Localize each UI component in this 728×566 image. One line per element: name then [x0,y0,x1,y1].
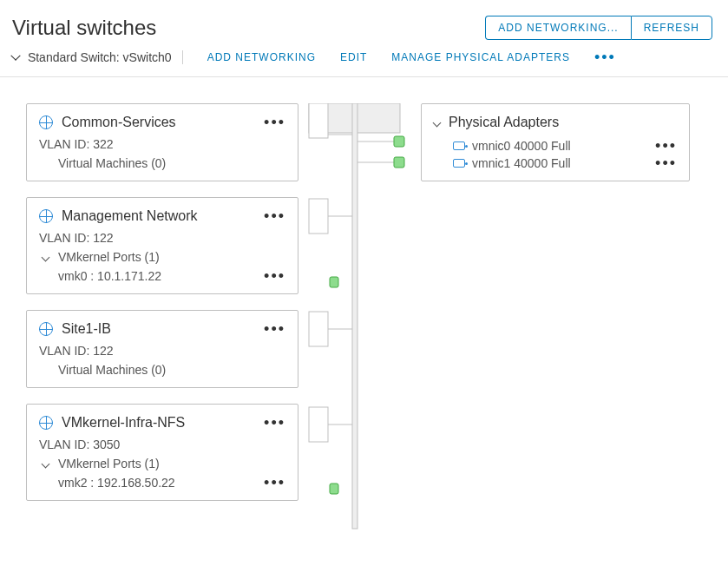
vlan-label: VLAN ID: 322 [39,137,285,151]
vmk-actions-icon[interactable]: ••• [264,272,285,280]
switch-name-label: Standard Switch: vSwitch0 [28,50,172,64]
vm-count-label: Virtual Machines (0) [39,363,285,377]
portgroup-name[interactable]: Site1-IB [62,321,111,337]
vmk-port-label[interactable]: vmk0 : 10.1.171.22 [58,269,161,283]
nic-entry[interactable]: vmnic1 40000 Full [453,156,571,170]
portgroup-actions-icon[interactable]: ••• [264,212,285,220]
more-actions-icon[interactable]: ••• [594,53,616,62]
svg-rect-2 [309,199,328,234]
nic-entry[interactable]: vmnic0 40000 Full [453,139,571,153]
vmkernel-ports-toggle[interactable]: VMkernel Ports (1) [39,250,285,264]
portgroup-actions-icon[interactable]: ••• [264,418,285,427]
vm-count-label: Virtual Machines (0) [39,156,285,170]
refresh-button[interactable]: REFRESH [631,16,712,40]
portgroup-name[interactable]: VMkernel-Infra-NFS [62,415,185,431]
vmkernel-ports-label: VMkernel Ports (1) [58,250,160,264]
portgroup-actions-icon[interactable]: ••• [264,325,285,333]
svg-rect-4 [309,407,328,442]
portgroup-card: Management Network ••• VLAN ID: 122 VMke… [26,197,298,294]
chevron-down-icon [42,460,50,469]
nic-actions-icon[interactable]: ••• [655,159,677,168]
edit-link[interactable]: EDIT [340,51,367,63]
add-networking-button[interactable]: ADD NETWORKING... [485,16,630,40]
nic-label: vmnic1 40000 Full [472,156,571,170]
nic-label: vmnic0 40000 Full [472,139,571,153]
portgroup-card: VMkernel-Infra-NFS ••• VLAN ID: 3050 VMk… [26,404,298,501]
vmk-port-label[interactable]: vmk2 : 192.168.50.22 [58,476,175,490]
portgroup-icon [39,322,53,336]
add-networking-link[interactable]: ADD NETWORKING [207,51,316,63]
topology-diagram [298,103,420,566]
vmkernel-ports-toggle[interactable]: VMkernel Ports (1) [39,457,285,471]
svg-rect-14 [394,136,404,147]
vlan-label: VLAN ID: 3050 [39,438,285,451]
topology-scroll[interactable]: Common-Services ••• VLAN ID: 322 Virtual… [0,77,728,566]
portgroup-icon [39,416,53,430]
physical-adapters-card: Physical Adapters vmnic0 40000 Full ••• … [421,103,690,181]
svg-rect-0 [309,103,400,133]
vmk-actions-icon[interactable]: ••• [264,478,285,487]
chevron-down-icon [433,118,442,127]
svg-rect-1 [309,103,328,138]
nic-icon [453,142,465,150]
portgroup-icon [39,209,53,223]
portgroup-name[interactable]: Management Network [62,208,198,224]
page-title: Virtual switches [12,16,156,40]
switch-toggle[interactable]: Standard Switch: vSwitch0 [12,50,183,64]
physical-adapters-title[interactable]: Physical Adapters [449,115,559,130]
nic-icon [453,159,465,168]
vmkernel-ports-label: VMkernel Ports (1) [58,457,160,471]
svg-rect-15 [394,157,404,168]
chevron-down-icon [10,51,20,61]
svg-rect-5 [330,277,338,287]
vlan-label: VLAN ID: 122 [39,344,285,358]
portgroup-card: Common-Services ••• VLAN ID: 322 Virtual… [26,103,298,181]
svg-rect-6 [330,484,338,494]
nic-actions-icon[interactable]: ••• [655,142,677,150]
manage-physical-adapters-link[interactable]: MANAGE PHYSICAL ADAPTERS [391,51,570,63]
vlan-label: VLAN ID: 122 [39,231,285,245]
chevron-down-icon [42,253,50,262]
svg-rect-7 [352,103,357,529]
portgroup-name[interactable]: Common-Services [62,115,176,130]
portgroup-card: Site1-IB ••• VLAN ID: 122 Virtual Machin… [26,310,298,388]
portgroup-actions-icon[interactable]: ••• [264,118,285,127]
portgroup-icon [39,115,53,129]
svg-rect-3 [309,312,328,346]
